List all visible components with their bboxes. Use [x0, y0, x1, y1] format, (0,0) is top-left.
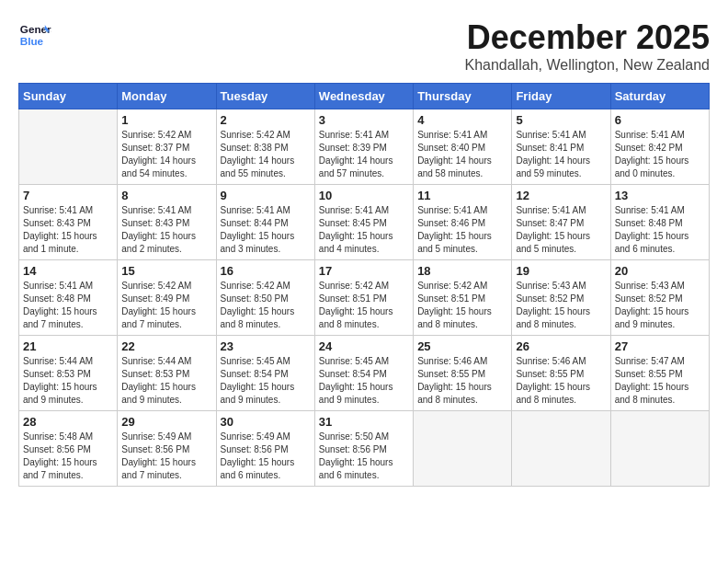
day-info: Sunrise: 5:42 AMSunset: 8:51 PMDaylight:…: [319, 280, 409, 331]
calendar-day-cell: 6Sunrise: 5:41 AMSunset: 8:42 PMDaylight…: [610, 109, 709, 185]
day-info: Sunrise: 5:46 AMSunset: 8:55 PMDaylight:…: [516, 355, 606, 407]
day-info: Sunrise: 5:45 AMSunset: 8:54 PMDaylight:…: [221, 355, 311, 407]
location-subtitle: Khandallah, Wellington, New Zealand: [464, 57, 710, 74]
day-number: 24: [319, 339, 409, 353]
calendar-day-cell: 19Sunrise: 5:43 AMSunset: 8:52 PMDayligh…: [512, 260, 610, 336]
day-number: 2: [221, 113, 311, 127]
day-info: Sunrise: 5:41 AMSunset: 8:41 PMDaylight:…: [516, 129, 606, 180]
day-info: Sunrise: 5:45 AMSunset: 8:54 PMDaylight:…: [319, 355, 409, 407]
logo: General Blue: [18, 18, 55, 52]
calendar-day-cell: 10Sunrise: 5:41 AMSunset: 8:45 PMDayligh…: [314, 185, 413, 260]
calendar-day-cell: 17Sunrise: 5:42 AMSunset: 8:51 PMDayligh…: [314, 260, 413, 336]
day-number: 28: [23, 415, 113, 429]
calendar-week-3: 14Sunrise: 5:41 AMSunset: 8:48 PMDayligh…: [19, 260, 710, 336]
day-number: 20: [615, 264, 705, 278]
calendar-day-cell: 14Sunrise: 5:41 AMSunset: 8:48 PMDayligh…: [19, 260, 118, 336]
day-info: Sunrise: 5:48 AMSunset: 8:56 PMDaylight:…: [23, 431, 113, 482]
calendar-day-cell: [414, 411, 512, 487]
day-number: 23: [221, 339, 311, 353]
calendar-header-friday: Friday: [512, 84, 610, 109]
day-number: 8: [121, 189, 211, 202]
day-number: 13: [615, 189, 705, 202]
day-number: 11: [417, 189, 507, 202]
day-number: 19: [516, 264, 606, 278]
day-number: 25: [417, 339, 507, 353]
day-info: Sunrise: 5:46 AMSunset: 8:55 PMDaylight:…: [417, 355, 507, 407]
calendar-day-cell: [610, 411, 709, 487]
calendar-day-cell: 12Sunrise: 5:41 AMSunset: 8:47 PMDayligh…: [512, 185, 610, 260]
day-info: Sunrise: 5:44 AMSunset: 8:53 PMDaylight:…: [121, 355, 211, 407]
day-number: 6: [615, 113, 705, 127]
day-number: 26: [516, 339, 606, 353]
day-number: 10: [319, 189, 409, 202]
day-info: Sunrise: 5:41 AMSunset: 8:48 PMDaylight:…: [615, 204, 705, 256]
calendar-day-cell: 4Sunrise: 5:41 AMSunset: 8:40 PMDaylight…: [414, 109, 512, 185]
calendar-header-tuesday: Tuesday: [216, 84, 314, 109]
day-info: Sunrise: 5:42 AMSunset: 8:38 PMDaylight:…: [221, 129, 311, 180]
day-info: Sunrise: 5:49 AMSunset: 8:56 PMDaylight:…: [121, 431, 211, 482]
day-info: Sunrise: 5:42 AMSunset: 8:37 PMDaylight:…: [121, 129, 211, 180]
day-number: 9: [221, 189, 311, 202]
day-info: Sunrise: 5:42 AMSunset: 8:49 PMDaylight:…: [121, 280, 211, 331]
logo-icon: General Blue: [18, 18, 51, 52]
calendar-day-cell: [19, 109, 118, 185]
title-area: December 2025 Khandallah, Wellington, Ne…: [464, 18, 710, 74]
day-number: 5: [516, 113, 606, 127]
day-info: Sunrise: 5:41 AMSunset: 8:46 PMDaylight:…: [417, 204, 507, 256]
day-info: Sunrise: 5:42 AMSunset: 8:50 PMDaylight:…: [221, 280, 311, 331]
day-number: 29: [121, 415, 211, 429]
calendar-day-cell: 23Sunrise: 5:45 AMSunset: 8:54 PMDayligh…: [216, 336, 314, 411]
day-info: Sunrise: 5:44 AMSunset: 8:53 PMDaylight:…: [23, 355, 113, 407]
day-info: Sunrise: 5:41 AMSunset: 8:42 PMDaylight:…: [615, 129, 705, 180]
calendar-header-monday: Monday: [118, 84, 216, 109]
day-info: Sunrise: 5:41 AMSunset: 8:47 PMDaylight:…: [516, 204, 606, 256]
calendar-day-cell: 2Sunrise: 5:42 AMSunset: 8:38 PMDaylight…: [216, 109, 314, 185]
day-number: 16: [221, 264, 311, 278]
calendar-day-cell: 30Sunrise: 5:49 AMSunset: 8:56 PMDayligh…: [216, 411, 314, 487]
day-info: Sunrise: 5:41 AMSunset: 8:40 PMDaylight:…: [417, 129, 507, 180]
day-info: Sunrise: 5:50 AMSunset: 8:56 PMDaylight:…: [319, 431, 409, 482]
calendar-day-cell: 1Sunrise: 5:42 AMSunset: 8:37 PMDaylight…: [118, 109, 216, 185]
calendar-day-cell: 27Sunrise: 5:47 AMSunset: 8:55 PMDayligh…: [610, 336, 709, 411]
calendar-header-sunday: Sunday: [19, 84, 118, 109]
day-info: Sunrise: 5:42 AMSunset: 8:51 PMDaylight:…: [417, 280, 507, 331]
calendar-day-cell: 28Sunrise: 5:48 AMSunset: 8:56 PMDayligh…: [19, 411, 118, 487]
day-number: 1: [121, 113, 211, 127]
calendar-header-row: SundayMondayTuesdayWednesdayThursdayFrid…: [19, 84, 710, 109]
calendar-day-cell: 21Sunrise: 5:44 AMSunset: 8:53 PMDayligh…: [19, 336, 118, 411]
calendar-day-cell: 13Sunrise: 5:41 AMSunset: 8:48 PMDayligh…: [610, 185, 709, 260]
calendar-day-cell: 3Sunrise: 5:41 AMSunset: 8:39 PMDaylight…: [314, 109, 413, 185]
svg-text:Blue: Blue: [20, 35, 44, 47]
day-info: Sunrise: 5:41 AMSunset: 8:48 PMDaylight:…: [23, 280, 113, 331]
calendar-header-wednesday: Wednesday: [314, 84, 413, 109]
calendar-day-cell: 24Sunrise: 5:45 AMSunset: 8:54 PMDayligh…: [314, 336, 413, 411]
day-number: 18: [417, 264, 507, 278]
day-info: Sunrise: 5:41 AMSunset: 8:43 PMDaylight:…: [23, 204, 113, 256]
calendar-day-cell: 22Sunrise: 5:44 AMSunset: 8:53 PMDayligh…: [118, 336, 216, 411]
calendar-day-cell: 18Sunrise: 5:42 AMSunset: 8:51 PMDayligh…: [414, 260, 512, 336]
day-number: 21: [23, 339, 113, 353]
day-number: 12: [516, 189, 606, 202]
calendar-day-cell: 15Sunrise: 5:42 AMSunset: 8:49 PMDayligh…: [118, 260, 216, 336]
calendar-header-saturday: Saturday: [610, 84, 709, 109]
calendar-day-cell: 29Sunrise: 5:49 AMSunset: 8:56 PMDayligh…: [118, 411, 216, 487]
calendar-week-5: 28Sunrise: 5:48 AMSunset: 8:56 PMDayligh…: [19, 411, 710, 487]
calendar-day-cell: 8Sunrise: 5:41 AMSunset: 8:43 PMDaylight…: [118, 185, 216, 260]
month-title: December 2025: [464, 18, 710, 57]
calendar-week-2: 7Sunrise: 5:41 AMSunset: 8:43 PMDaylight…: [19, 185, 710, 260]
calendar-week-1: 1Sunrise: 5:42 AMSunset: 8:37 PMDaylight…: [19, 109, 710, 185]
calendar-day-cell: 11Sunrise: 5:41 AMSunset: 8:46 PMDayligh…: [414, 185, 512, 260]
calendar-header-thursday: Thursday: [414, 84, 512, 109]
calendar-day-cell: [512, 411, 610, 487]
calendar-day-cell: 5Sunrise: 5:41 AMSunset: 8:41 PMDaylight…: [512, 109, 610, 185]
calendar-day-cell: 26Sunrise: 5:46 AMSunset: 8:55 PMDayligh…: [512, 336, 610, 411]
calendar-day-cell: 16Sunrise: 5:42 AMSunset: 8:50 PMDayligh…: [216, 260, 314, 336]
day-info: Sunrise: 5:47 AMSunset: 8:55 PMDaylight:…: [615, 355, 705, 407]
day-number: 7: [23, 189, 113, 202]
day-number: 14: [23, 264, 113, 278]
day-info: Sunrise: 5:43 AMSunset: 8:52 PMDaylight:…: [516, 280, 606, 331]
header: General Blue December 2025 Khandallah, W…: [18, 18, 710, 74]
day-info: Sunrise: 5:49 AMSunset: 8:56 PMDaylight:…: [221, 431, 311, 482]
calendar-day-cell: 20Sunrise: 5:43 AMSunset: 8:52 PMDayligh…: [610, 260, 709, 336]
day-number: 30: [221, 415, 311, 429]
